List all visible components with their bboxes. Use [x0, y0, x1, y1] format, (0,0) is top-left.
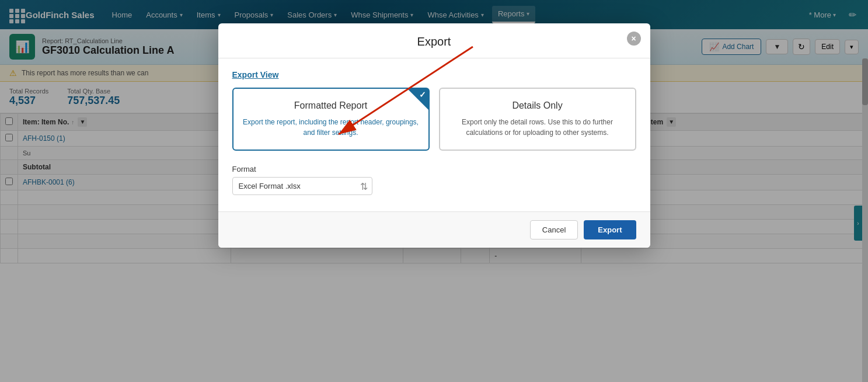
modal-footer: Cancel Export [218, 211, 650, 248]
format-select-wrapper: Excel Format .xlsx CSV Format .csv PDF F… [232, 177, 372, 195]
formatted-report-desc: Export the report, including the report … [243, 117, 419, 138]
modal-header: Export × [218, 23, 650, 58]
export-options: Formatted Report Export the report, incl… [232, 88, 636, 151]
format-select[interactable]: Excel Format .xlsx CSV Format .csv PDF F… [232, 177, 372, 195]
modal-title: Export [417, 35, 451, 48]
export-view-label: Export View [232, 70, 636, 79]
format-section: Format Excel Format .xlsx CSV Format .cs… [232, 165, 636, 195]
cancel-button[interactable]: Cancel [530, 220, 578, 239]
export-option-formatted[interactable]: Formatted Report Export the report, incl… [232, 88, 430, 151]
modal-close-button[interactable]: × [627, 32, 641, 46]
formatted-report-title: Formatted Report [243, 100, 419, 111]
export-button[interactable]: Export [584, 220, 636, 239]
selected-check-icon [407, 89, 428, 110]
export-modal: Export × Export View Formatted Report Ex… [218, 23, 650, 248]
modal-overlay[interactable]: Export × Export View Formatted Report Ex… [0, 0, 868, 382]
modal-body: Export View Formatted Report Export the … [218, 58, 650, 211]
details-only-title: Details Only [449, 100, 626, 111]
details-only-desc: Export only the detail rows. Use this to… [449, 117, 626, 138]
export-option-details[interactable]: Details Only Export only the detail rows… [439, 88, 636, 151]
format-label: Format [232, 165, 636, 173]
